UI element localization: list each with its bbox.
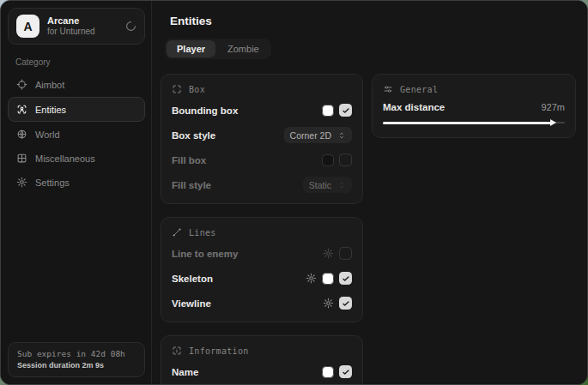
row-controls xyxy=(322,153,352,166)
sidebar-item-entities[interactable]: Entities xyxy=(8,97,145,122)
session-duration-text: Session duration 2m 9s xyxy=(17,360,136,370)
sub-expiry-text: Sub expires in 42d 08h xyxy=(17,348,136,360)
info-scan-icon xyxy=(172,346,182,356)
row-label: Bounding box xyxy=(172,105,238,116)
row-label: Box style xyxy=(172,130,215,141)
box-style-dropdown[interactable]: Corner 2D xyxy=(284,127,352,143)
row-label: Viewline xyxy=(172,298,211,309)
skeleton-checkbox[interactable] xyxy=(339,272,352,285)
row-bounding-box: Bounding box xyxy=(172,101,352,119)
fill-box-color-swatch[interactable] xyxy=(322,154,334,166)
row-controls xyxy=(322,104,352,117)
card-header-lines: Lines xyxy=(172,227,352,238)
row-viewline: Viewline xyxy=(172,294,352,312)
app-logo: A xyxy=(16,15,39,38)
grid-icon xyxy=(16,153,27,164)
row-controls xyxy=(323,297,352,310)
gear-icon xyxy=(16,177,27,188)
viewline-settings-gear-icon[interactable] xyxy=(323,298,334,309)
page-title: Entities xyxy=(170,15,576,27)
row-label: Skeleton xyxy=(172,274,213,284)
skeleton-settings-gear-icon[interactable] xyxy=(306,273,317,284)
brand-text: Arcane for Unturned xyxy=(47,15,114,37)
row-label: Name xyxy=(172,367,198,377)
row-max-distance: Max distance927m xyxy=(383,102,565,112)
row-controls xyxy=(323,247,352,260)
main-panel: Entities PlayerZombie BoxBounding boxBox… xyxy=(152,1,587,384)
loader-icon xyxy=(125,21,136,32)
line-to-enemy-settings-gear-icon[interactable] xyxy=(323,248,334,259)
sidebar-item-label: Settings xyxy=(35,177,70,188)
sidebar-item-aimbot[interactable]: Aimbot xyxy=(8,73,145,96)
row-fill-box: Fill box xyxy=(172,151,352,169)
app-logo-letter: A xyxy=(23,20,32,33)
skeleton-color-swatch[interactable] xyxy=(322,273,334,285)
line-to-enemy-checkbox[interactable] xyxy=(339,247,352,260)
name-checkbox[interactable] xyxy=(339,365,352,378)
sidebar-item-label: Miscellaneous xyxy=(35,153,95,164)
row-line-to-enemy: Line to enemy xyxy=(172,244,352,262)
card-title: Lines xyxy=(189,228,216,238)
box-scan-icon xyxy=(172,84,182,94)
sidebar-item-label: Entities xyxy=(35,105,66,115)
sidebar: A Arcane for Unturned Category AimbotEnt… xyxy=(1,1,152,384)
row-label: Max distance xyxy=(383,102,445,112)
select-chevrons-icon xyxy=(337,131,346,140)
card-header-general: General xyxy=(383,84,565,94)
max-distance-slider[interactable] xyxy=(383,117,565,128)
app-subtitle: for Unturned xyxy=(47,27,114,37)
dropdown-value: Corner 2D xyxy=(290,130,331,141)
row-controls xyxy=(322,365,352,378)
bounding-box-checkbox[interactable] xyxy=(339,104,352,117)
category-label: Category xyxy=(15,57,145,67)
globe-icon xyxy=(16,129,27,140)
fill-style-dropdown[interactable]: Static xyxy=(303,177,352,193)
bounding-box-color-swatch[interactable] xyxy=(322,105,334,117)
card-title: Box xyxy=(189,85,205,94)
card-header-information: Information xyxy=(172,346,352,356)
app-title: Arcane xyxy=(47,15,114,27)
row-label: Fill box xyxy=(172,155,206,165)
tab-zombie[interactable]: Zombie xyxy=(217,40,270,57)
subscription-card: Sub expires in 42d 08h Session duration … xyxy=(8,342,145,377)
sliders-icon xyxy=(383,84,393,94)
left-column: BoxBounding boxBox styleCorner 2DFill bo… xyxy=(161,74,363,384)
row-label: Fill style xyxy=(172,180,211,190)
card-header-box: Box xyxy=(172,84,352,94)
card-title: General xyxy=(400,85,438,94)
brand-card: A Arcane for Unturned xyxy=(8,8,145,45)
row-name: Name xyxy=(172,363,352,381)
card-box: BoxBounding boxBox styleCorner 2DFill bo… xyxy=(161,74,363,204)
slider-thumb-icon[interactable] xyxy=(550,119,556,126)
card-lines: LinesLine to enemySkeletonViewline xyxy=(161,217,363,322)
row-controls: Static xyxy=(303,177,352,193)
card-general: GeneralMax distance927m xyxy=(372,74,576,138)
entities-scan-icon xyxy=(16,104,27,115)
slider-fill xyxy=(383,122,552,124)
row-controls: Corner 2D xyxy=(284,127,352,143)
dropdown-value: Static xyxy=(309,180,331,190)
row-skeleton: Skeleton xyxy=(172,269,352,287)
tab-bar: PlayerZombie xyxy=(165,39,271,59)
row-controls xyxy=(306,272,352,285)
arcane-window: A Arcane for Unturned Category AimbotEnt… xyxy=(0,0,588,385)
crosshair-icon xyxy=(16,79,27,90)
content-area: BoxBounding boxBox styleCorner 2DFill bo… xyxy=(161,74,576,384)
sidebar-item-label: Aimbot xyxy=(35,80,64,90)
row-fill-style: Fill styleStatic xyxy=(172,176,352,194)
category-nav: AimbotEntitiesWorldMiscellaneousSettings xyxy=(8,73,145,194)
row-label: Line to enemy xyxy=(172,249,238,259)
sidebar-item-settings[interactable]: Settings xyxy=(8,171,145,194)
tab-player[interactable]: Player xyxy=(167,40,215,57)
sidebar-item-miscellaneous[interactable]: Miscellaneous xyxy=(8,147,145,170)
sidebar-item-world[interactable]: World xyxy=(8,123,145,146)
viewline-checkbox[interactable] xyxy=(339,297,352,310)
card-title: Information xyxy=(189,346,249,356)
fill-box-checkbox[interactable] xyxy=(339,153,352,166)
row-box-style: Box styleCorner 2D xyxy=(172,126,352,144)
select-chevrons-icon xyxy=(337,181,346,189)
right-column: GeneralMax distance927m xyxy=(372,74,576,138)
sidebar-item-label: World xyxy=(35,129,60,140)
name-color-swatch[interactable] xyxy=(322,366,334,378)
card-information: InformationNameDistance xyxy=(161,335,363,384)
